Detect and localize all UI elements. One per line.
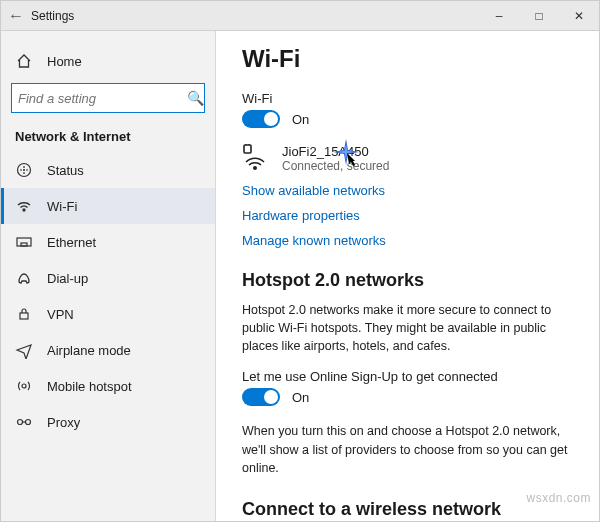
sidebar-item-hotspot[interactable]: Mobile hotspot [1, 368, 215, 404]
sidebar-item-label: Airplane mode [47, 343, 131, 358]
sidebar-item-label: VPN [47, 307, 74, 322]
back-button[interactable]: ← [1, 7, 31, 25]
svg-point-7 [26, 420, 31, 425]
current-network[interactable]: JioFi2_15A450 Connected, secured [242, 144, 573, 173]
vpn-icon [15, 305, 33, 323]
sidebar-item-ethernet[interactable]: Ethernet [1, 224, 215, 260]
minimize-button[interactable]: – [479, 1, 519, 31]
svg-point-1 [23, 209, 25, 211]
sidebar-item-status[interactable]: Status [1, 152, 215, 188]
sidebar-category: Network & Internet [1, 125, 215, 152]
show-available-link[interactable]: Show available networks [242, 183, 573, 198]
sidebar-item-label: Ethernet [47, 235, 96, 250]
sidebar: Home 🔍 Network & Internet Status Wi-Fi [1, 31, 216, 521]
hardware-properties-link[interactable]: Hardware properties [242, 208, 573, 223]
signup-toggle-state: On [292, 390, 309, 405]
manage-known-link[interactable]: Manage known networks [242, 233, 573, 248]
sidebar-item-airplane[interactable]: Airplane mode [1, 332, 215, 368]
sidebar-item-label: Dial-up [47, 271, 88, 286]
search-input-wrap[interactable]: 🔍 [11, 83, 205, 113]
window-title: Settings [31, 9, 74, 23]
sidebar-item-dialup[interactable]: Dial-up [1, 260, 215, 296]
network-status: Connected, secured [282, 159, 389, 173]
page-title: Wi-Fi [242, 45, 573, 73]
wifi-toggle-label: Wi-Fi [242, 91, 573, 106]
signup-toggle[interactable] [242, 388, 280, 406]
sidebar-item-label: Status [47, 163, 84, 178]
search-input[interactable] [18, 91, 187, 106]
status-icon [15, 161, 33, 179]
hotspot-desc2: When you turn this on and choose a Hotsp… [242, 422, 573, 476]
svg-point-5 [22, 384, 26, 388]
sidebar-item-label: Mobile hotspot [47, 379, 132, 394]
home-label: Home [47, 54, 82, 69]
proxy-icon [15, 413, 33, 431]
svg-rect-4 [20, 313, 28, 319]
hotspot-heading: Hotspot 2.0 networks [242, 270, 573, 291]
ethernet-icon [15, 233, 33, 251]
home-nav[interactable]: Home [1, 43, 215, 79]
svg-point-6 [18, 420, 23, 425]
maximize-button[interactable]: □ [519, 1, 559, 31]
svg-rect-2 [17, 238, 31, 246]
connect-heading: Connect to a wireless network [242, 499, 573, 520]
close-button[interactable]: ✕ [559, 1, 599, 31]
svg-rect-3 [21, 243, 27, 246]
titlebar: ← Settings – □ ✕ [1, 1, 599, 31]
signup-label: Let me use Online Sign-Up to get connect… [242, 369, 573, 384]
sidebar-item-label: Proxy [47, 415, 80, 430]
dialup-icon [15, 269, 33, 287]
network-name: JioFi2_15A450 [282, 144, 389, 159]
hotspot-desc: Hotspot 2.0 networks make it more secure… [242, 301, 573, 355]
sidebar-item-label: Wi-Fi [47, 199, 77, 214]
airplane-icon [15, 341, 33, 359]
wifi-toggle-state: On [292, 112, 309, 127]
hotspot-icon [15, 377, 33, 395]
svg-rect-8 [244, 145, 251, 153]
sidebar-item-vpn[interactable]: VPN [1, 296, 215, 332]
svg-point-9 [254, 167, 256, 169]
wifi-icon [15, 197, 33, 215]
wifi-toggle[interactable] [242, 110, 280, 128]
content: Wi-Fi Wi-Fi On JioFi2_15A450 Connected, … [216, 31, 599, 521]
home-icon [15, 52, 33, 70]
sidebar-item-proxy[interactable]: Proxy [1, 404, 215, 440]
secured-wifi-icon [242, 144, 268, 170]
search-icon: 🔍 [187, 90, 204, 106]
sidebar-item-wifi[interactable]: Wi-Fi [1, 188, 215, 224]
